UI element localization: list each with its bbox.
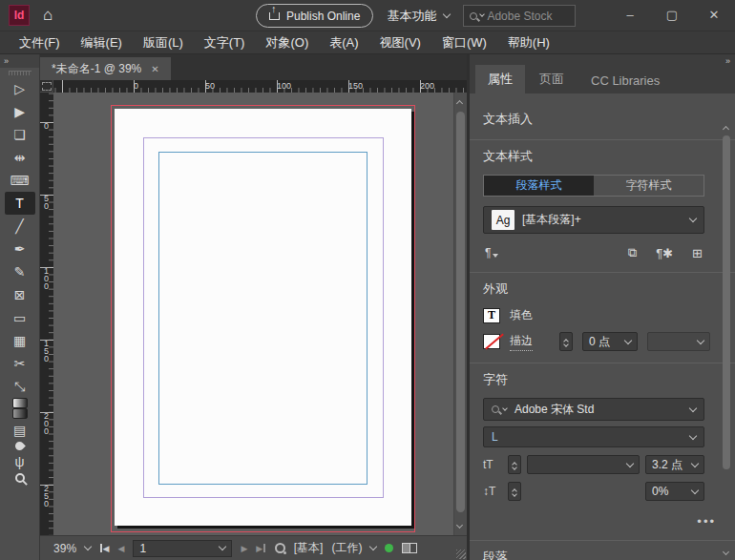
- chevron-down-icon[interactable]: [689, 431, 697, 439]
- preflight-menu-icon[interactable]: [369, 543, 377, 550]
- stroke-label[interactable]: 描边: [510, 333, 533, 351]
- menu-item-table[interactable]: 表(A): [320, 31, 368, 54]
- kerning-field[interactable]: [527, 482, 640, 501]
- fill-swatch[interactable]: T: [483, 308, 500, 323]
- tool-scissors[interactable]: ✂: [5, 352, 35, 375]
- chevron-down-icon[interactable]: [624, 336, 632, 343]
- redefine-style-icon[interactable]: ⧉: [628, 245, 637, 260]
- font-size-field[interactable]: [527, 455, 640, 474]
- maximize-button[interactable]: ▢: [651, 0, 693, 29]
- tool-rectangle-frame[interactable]: ⊠: [5, 283, 35, 306]
- previous-page-button[interactable]: ◀: [118, 544, 125, 553]
- stroke-weight-stepper[interactable]: [559, 332, 573, 351]
- panel-tab-cc-libraries[interactable]: CC Libraries: [578, 68, 672, 93]
- step-down-icon[interactable]: [563, 342, 569, 347]
- tracking-field[interactable]: 0%: [645, 482, 704, 501]
- page-number-field[interactable]: 1: [133, 540, 232, 557]
- pasteboard[interactable]: [53, 93, 467, 535]
- resize-grip[interactable]: [456, 550, 466, 559]
- chevron-down-icon[interactable]: [697, 336, 704, 343]
- adobe-stock-search[interactable]: [463, 5, 576, 27]
- last-page-button[interactable]: ▶: [256, 544, 265, 553]
- close-button[interactable]: ✕: [693, 0, 735, 29]
- panel-scrollbar[interactable]: [721, 122, 733, 556]
- spread-view-icon[interactable]: [402, 543, 417, 553]
- zoom-dropdown-icon[interactable]: [84, 543, 92, 550]
- menu-item-edit[interactable]: 编辑(E): [72, 31, 132, 54]
- first-page-button[interactable]: ◀: [99, 544, 109, 553]
- scroll-down-icon[interactable]: [723, 549, 729, 555]
- tool-pen[interactable]: ✒: [5, 238, 35, 260]
- publish-online-button[interactable]: Publish Online: [256, 4, 373, 28]
- panel-tab-properties[interactable]: 属性: [475, 65, 525, 93]
- tool-gradient-feather[interactable]: [12, 408, 28, 419]
- tool-horizontal-grid[interactable]: ▦: [5, 329, 35, 352]
- fill-label[interactable]: 填色: [510, 307, 533, 323]
- scroll-up-icon[interactable]: [723, 126, 729, 133]
- tool-free-transform[interactable]: ⤡: [5, 375, 35, 398]
- text-frame[interactable]: [158, 152, 368, 485]
- chevron-down-icon[interactable]: [689, 215, 697, 222]
- menu-item-layout[interactable]: 版面(L): [134, 31, 193, 54]
- tool-type[interactable]: T: [5, 192, 35, 215]
- scrollbar-thumb[interactable]: [723, 135, 730, 469]
- step-down-icon[interactable]: [512, 465, 517, 470]
- scroll-up-icon[interactable]: [456, 100, 463, 107]
- ruler-origin-box[interactable]: [40, 80, 53, 93]
- style-toggle-option-paragraph-styles[interactable]: 段落样式: [484, 176, 594, 196]
- scroll-down-icon[interactable]: [456, 522, 463, 529]
- tool-page[interactable]: ❏: [5, 123, 35, 146]
- menu-item-help[interactable]: 帮助(H): [498, 31, 559, 54]
- tool-note[interactable]: ▤: [5, 419, 35, 442]
- leading-field[interactable]: 3.2 点: [645, 455, 704, 474]
- tool-gradient-swatch[interactable]: [12, 398, 28, 408]
- tool-content-collector[interactable]: ⌨: [5, 169, 35, 192]
- vertical-ruler[interactable]: 050100150200250300: [40, 93, 53, 535]
- tool-pencil[interactable]: ✎: [5, 260, 35, 283]
- tool-direct-selection[interactable]: ▶: [5, 100, 35, 123]
- menu-item-type[interactable]: 文字(T): [195, 31, 255, 54]
- tool-line[interactable]: ╱: [5, 215, 35, 238]
- home-icon[interactable]: ⌂: [43, 6, 52, 25]
- horizontal-ruler[interactable]: 050100150200250: [53, 80, 467, 93]
- tool-zoom[interactable]: [15, 473, 25, 483]
- minimize-button[interactable]: –: [609, 0, 651, 29]
- font-family-dropdown[interactable]: Adobe 宋体 Std: [483, 398, 704, 421]
- paragraph-mark-icon[interactable]: ¶: [485, 246, 491, 259]
- preflight-icon[interactable]: [275, 543, 285, 553]
- more-options-icon[interactable]: •••: [481, 514, 716, 529]
- clear-overrides-icon[interactable]: ¶✱: [656, 246, 673, 260]
- chevron-down-icon[interactable]: [626, 459, 634, 467]
- new-style-icon[interactable]: ⊞: [692, 246, 703, 260]
- tools-panel-header[interactable]: »: [0, 54, 39, 68]
- expand-panel-icon[interactable]: »: [4, 56, 8, 66]
- preflight-profile[interactable]: [基本]: [294, 540, 324, 556]
- panel-tab-pages[interactable]: 页面: [527, 65, 577, 93]
- zoom-level[interactable]: 39%: [53, 542, 76, 555]
- chevron-down-icon[interactable]: [691, 459, 699, 467]
- font-size-stepper[interactable]: [508, 455, 521, 474]
- close-tab-icon[interactable]: ✕: [151, 64, 158, 74]
- menu-item-view[interactable]: 视图(V): [370, 31, 430, 54]
- menu-item-object[interactable]: 对象(O): [256, 31, 318, 54]
- next-page-button[interactable]: ▶: [241, 544, 247, 553]
- canvas[interactable]: 050100150200250 050100150200250300: [40, 80, 467, 535]
- chevron-down-icon[interactable]: [691, 486, 699, 493]
- scrollbar-thumb[interactable]: [456, 112, 465, 512]
- search-input[interactable]: [487, 10, 563, 23]
- page-dropdown-icon[interactable]: [219, 543, 226, 550]
- stroke-swatch[interactable]: [483, 334, 500, 349]
- collapse-panel-icon[interactable]: »: [725, 56, 729, 66]
- stroke-type-dropdown[interactable]: [647, 332, 710, 351]
- leading-stepper[interactable]: [508, 482, 521, 501]
- chevron-down-icon[interactable]: [689, 404, 697, 411]
- step-down-icon[interactable]: [512, 491, 517, 497]
- drag-handle[interactable]: [9, 71, 32, 75]
- style-toggle-option-character-styles[interactable]: 字符样式: [594, 176, 704, 196]
- menu-item-file[interactable]: 文件(F): [10, 31, 70, 54]
- document-tab[interactable]: *未命名-1 @ 39% ✕: [40, 57, 171, 80]
- workspace-switcher[interactable]: 基本功能: [387, 8, 450, 25]
- tool-hand[interactable]: ψ: [5, 450, 35, 473]
- vertical-scrollbar[interactable]: [453, 93, 467, 535]
- font-style-dropdown[interactable]: L: [483, 426, 704, 447]
